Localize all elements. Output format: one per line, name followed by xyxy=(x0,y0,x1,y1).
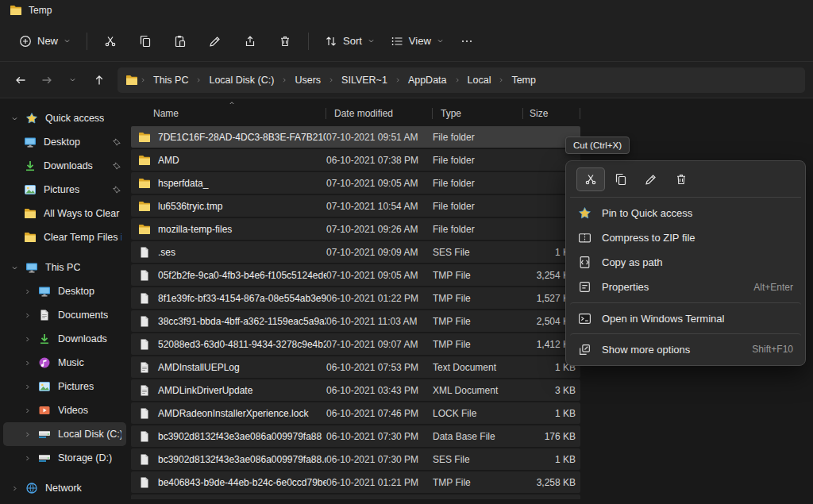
file-name: 7DE1C16F-28AD-4DC3-8B3E-FA7B2107C2... xyxy=(158,132,326,143)
breadcrumb-item[interactable]: SILVER~1 xyxy=(336,72,401,88)
cut-tooltip: Cut (Ctrl+X) xyxy=(565,137,630,154)
breadcrumb-item[interactable]: This PC xyxy=(148,72,202,88)
file-type-icon xyxy=(138,292,151,305)
column-header-type[interactable]: Type xyxy=(433,103,523,124)
quick-access-items: Desktop Downloads Pictures xyxy=(0,130,129,249)
sidebar-item[interactable]: Desktop xyxy=(3,279,126,303)
file-date-modified: 06-10-2021 11:03 AM xyxy=(326,316,433,327)
cut-button[interactable] xyxy=(95,28,125,55)
sidebar-item[interactable]: Downloads xyxy=(3,327,126,351)
up-button[interactable] xyxy=(87,67,111,92)
chevron-right-icon xyxy=(24,312,31,319)
delete-button[interactable] xyxy=(270,28,300,55)
file-row[interactable]: lu6536tryic.tmp 07-10-2021 10:54 AM File… xyxy=(131,195,580,217)
sidebar-item[interactable]: Desktop xyxy=(3,130,126,154)
sidebar-item[interactable]: Documents xyxy=(3,303,126,327)
share-button[interactable] xyxy=(235,28,265,55)
file-row[interactable]: .ses 07-10-2021 09:09 AM SES File 1 KB xyxy=(131,241,580,263)
sidebar-item[interactable]: Pictures xyxy=(3,178,126,202)
file-row[interactable]: 7DE1C16F-28AD-4DC3-8B3E-FA7B2107C2... 07… xyxy=(131,126,580,148)
copy-button[interactable] xyxy=(130,28,160,55)
menu-delete-button[interactable] xyxy=(667,167,695,191)
sidebar-item[interactable]: Storage (D:) xyxy=(3,446,126,470)
context-menu-item[interactable]: Open in Windows Terminal xyxy=(570,302,801,330)
column-header-date-modified[interactable]: Date modified xyxy=(326,103,433,124)
sidebar-item[interactable]: Videos xyxy=(3,398,126,422)
file-name: AMDInstallUEPLog xyxy=(158,362,240,373)
paste-button[interactable] xyxy=(165,28,195,55)
forward-button[interactable] xyxy=(34,67,59,92)
file-row[interactable]: AMD 06-10-2021 07:38 PM File folder xyxy=(131,149,580,171)
sidebar-quick-access[interactable]: Quick access xyxy=(3,106,126,130)
file-row[interactable]: be406843-b9de-44eb-b24c-6e0ccd79bee... 0… xyxy=(131,471,580,493)
context-menu-item[interactable]: Properties Alt+Enter xyxy=(570,275,801,299)
sidebar-network[interactable]: Network xyxy=(3,476,126,500)
sidebar-item[interactable]: Downloads xyxy=(3,154,126,178)
breadcrumb-item[interactable]: Local Disk (C:) xyxy=(203,72,287,88)
file-row[interactable]: hsperfdata_ 07-10-2021 09:05 AM File fol… xyxy=(131,172,580,194)
context-menu-item[interactable]: Show more options Shift+F10 xyxy=(570,333,801,361)
breadcrumb-item[interactable]: AppData xyxy=(403,72,460,88)
context-menu-icon xyxy=(675,173,688,186)
column-header-name[interactable]: Name xyxy=(131,103,326,124)
plus-icon xyxy=(19,35,32,48)
address-bar[interactable]: This PC Local Disk (C:) Users SI xyxy=(118,67,805,93)
chevron-down-icon xyxy=(69,76,76,83)
toolbar-icon xyxy=(279,35,291,48)
new-button[interactable]: New xyxy=(11,28,79,55)
menu-rename-button[interactable] xyxy=(637,167,665,191)
sidebar-item-icon xyxy=(24,231,37,244)
menu-copy-button[interactable] xyxy=(607,167,635,191)
tooltip-text: Cut (Ctrl+X) xyxy=(573,140,622,150)
this-pc-items: Desktop Documents Downloads xyxy=(0,279,129,470)
column-header-size[interactable]: Size xyxy=(523,103,580,124)
recent-locations-button[interactable] xyxy=(60,67,85,92)
window-title: Temp xyxy=(29,5,52,16)
view-button[interactable]: View xyxy=(383,28,452,55)
sort-button[interactable]: Sort xyxy=(317,28,383,55)
breadcrumb-item[interactable]: Users xyxy=(289,72,334,88)
file-row[interactable]: 38cc3f91-bbda-4bff-a362-1159eac5a9a3.t..… xyxy=(131,310,580,332)
file-date-modified: 06-10-2021 07:38 PM xyxy=(326,155,433,166)
file-row[interactable]: 8f1e39fc-bf33-4154-867a-08e554ab3e96.t..… xyxy=(131,287,580,309)
navigation-bar: This PC Local Disk (C:) Users SI xyxy=(0,62,813,98)
file-name: mozilla-temp-files xyxy=(158,224,232,235)
file-row[interactable]: bc3902d8132f43e3ae086a009979fa88.db.ses … xyxy=(131,448,580,470)
file-date-modified: 07-10-2021 10:54 AM xyxy=(326,201,433,212)
arrow-up-icon xyxy=(93,74,106,87)
file-row[interactable]: 05f2b2fe-9ca0-4fb3-b4e6-f105c5124ede.t..… xyxy=(131,264,580,286)
back-button[interactable] xyxy=(8,67,33,92)
sidebar-item-icon xyxy=(38,285,51,298)
see-more-button[interactable] xyxy=(452,28,482,55)
menu-cut-button[interactable] xyxy=(576,167,605,191)
file-row[interactable]: bc3902d8132f43e3ae086a009979fa88 06-10-2… xyxy=(131,425,580,447)
breadcrumb-item[interactable]: Temp xyxy=(506,72,541,88)
sidebar-this-pc[interactable]: This PC xyxy=(3,256,126,279)
sort-button-label: Sort xyxy=(343,35,362,47)
sidebar-item[interactable]: Clear Temp Files in xyxy=(3,225,126,249)
file-row[interactable]: AMDInstallUEPLog 06-10-2021 07:53 PM Tex… xyxy=(131,356,580,378)
breadcrumb-item[interactable]: Local xyxy=(462,72,505,88)
network-icon xyxy=(25,482,38,494)
sidebar-item[interactable]: Pictures xyxy=(3,375,126,398)
context-menu-item[interactable]: Pin to Quick access xyxy=(570,201,801,225)
chevron-right-icon xyxy=(24,407,31,414)
file-row[interactable]: AMDRadeonInstallerXperience.lock 06-10-2… xyxy=(131,402,580,424)
sidebar-item[interactable]: All Ways to Clear T xyxy=(3,202,126,225)
menu-item-shortcut: Alt+Enter xyxy=(753,282,793,293)
file-row[interactable]: mozilla-temp-files 07-10-2021 09:26 AM F… xyxy=(131,218,580,240)
context-menu-item[interactable]: Compress to ZIP file xyxy=(570,225,801,250)
context-menu: Pin to Quick access Compress to ZIP file… xyxy=(565,160,806,366)
context-menu-item[interactable]: Copy as path xyxy=(570,250,801,275)
rename-button[interactable] xyxy=(200,28,230,55)
file-date-modified: 07-10-2021 09:26 AM xyxy=(326,224,433,235)
sidebar-item[interactable]: Music xyxy=(3,351,126,375)
file-row[interactable]: dd_vsredist_amd64_20211006104935... 06-1… xyxy=(131,494,580,499)
file-row[interactable]: AMDLinkDriverUpdate 06-10-2021 03:43 PM … xyxy=(131,379,580,401)
toolbar-separator xyxy=(308,33,309,50)
sidebar-item[interactable]: Local Disk (C:) xyxy=(3,422,126,446)
sidebar-item-icon xyxy=(38,333,51,345)
file-row[interactable]: 52088ed3-63d0-4811-9434-3278c9e4b2ae... … xyxy=(131,333,580,355)
file-type: File folder xyxy=(433,178,523,189)
ellipsis-icon xyxy=(460,35,473,48)
